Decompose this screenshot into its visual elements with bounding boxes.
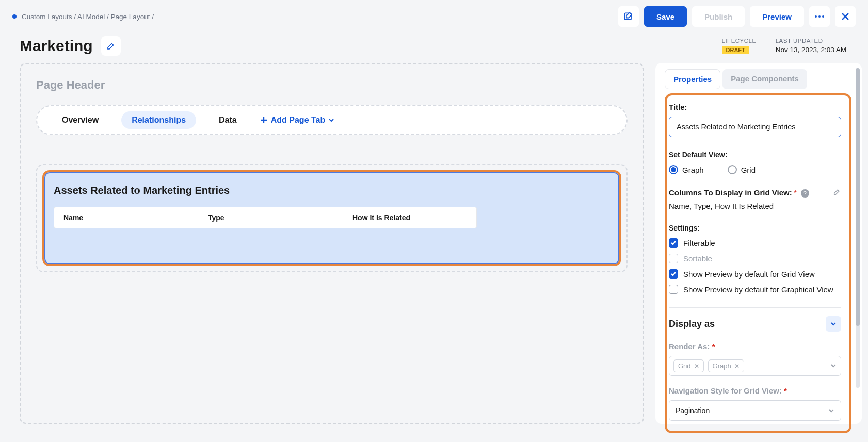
radio-graph[interactable]: Graph: [669, 165, 704, 174]
radio-grid-indicator: [728, 165, 737, 174]
save-button[interactable]: Save: [644, 6, 687, 27]
tag-graph: Graph ✕: [708, 359, 744, 372]
preview-grid-label: Show Preview by default for Grid View: [683, 270, 815, 279]
svg-point-2: [818, 15, 821, 18]
checkbox-sortable: Sortable: [669, 254, 841, 263]
panel-tab-components[interactable]: Page Components: [722, 69, 807, 89]
lifecycle-badge: DRAFT: [722, 46, 749, 54]
table-header: Name Type How It Is Related: [54, 207, 477, 228]
nav-style-value: Pagination: [676, 406, 710, 415]
chevron-down-icon: [328, 117, 334, 123]
remove-tag-grid[interactable]: ✕: [694, 363, 699, 370]
default-view-label: Set Default View:: [669, 151, 841, 159]
check-icon: [669, 269, 678, 279]
checkbox-filterable[interactable]: Filterable: [669, 238, 841, 248]
required-indicator: *: [712, 342, 715, 351]
sortable-label: Sortable: [683, 254, 712, 263]
svg-point-3: [822, 15, 824, 18]
settings-label: Settings:: [669, 224, 841, 232]
divider: [669, 307, 841, 308]
properties-form-highlight: Title: Set Default View: Graph Grid Colu…: [665, 93, 851, 433]
relationship-card[interactable]: Assets Related to Marketing Entries Name…: [44, 172, 619, 264]
check-icon: [669, 238, 678, 248]
title-field-label: Title:: [669, 103, 841, 111]
display-as-heading: Display as: [669, 319, 715, 330]
last-updated-value: Nov 13, 2023, 2:03 AM: [776, 46, 846, 54]
render-as-select[interactable]: Grid ✕ Graph ✕: [669, 356, 841, 376]
edit-title-button[interactable]: [101, 36, 121, 56]
more-icon[interactable]: [809, 6, 830, 27]
columns-value: Name, Type, How It Is Related: [669, 202, 841, 210]
selected-component-highlight: Assets Related to Marketing Entries Name…: [42, 170, 621, 266]
close-icon[interactable]: [835, 6, 856, 27]
tab-overview[interactable]: Overview: [52, 111, 109, 129]
page-header-placeholder: Page Header: [36, 78, 628, 92]
drop-zone[interactable]: Assets Related to Marketing Entries Name…: [36, 164, 628, 272]
scrollbar[interactable]: [856, 68, 860, 388]
col-related: How It Is Related: [352, 214, 410, 222]
tab-relationships[interactable]: Relationships: [121, 111, 196, 129]
filterable-label: Filterable: [683, 239, 715, 248]
radio-grid[interactable]: Grid: [728, 165, 756, 174]
edit-columns-button[interactable]: [833, 188, 841, 198]
card-title: Assets Related to Marketing Entries: [54, 185, 610, 197]
svg-point-1: [815, 15, 817, 18]
remove-tag-graph[interactable]: ✕: [734, 363, 740, 370]
tab-data[interactable]: Data: [208, 111, 247, 129]
col-name: Name: [63, 214, 208, 222]
breadcrumb[interactable]: Custom Layouts / AI Model / Page Layout …: [22, 13, 154, 21]
radio-graph-indicator: [669, 165, 678, 174]
col-type: Type: [208, 214, 352, 222]
tag-grid: Grid ✕: [673, 359, 704, 372]
properties-panel: Properties Page Components Title: Set De…: [655, 63, 862, 424]
nav-style-label: Navigation Style for Grid View:: [669, 386, 782, 395]
tag-graph-label: Graph: [713, 362, 731, 370]
chevron-down-icon[interactable]: [825, 362, 837, 370]
check-icon: [669, 285, 678, 294]
page-tabs-bar: Overview Relationships Data Add Page Tab: [36, 105, 628, 135]
edit-box-icon[interactable]: [618, 6, 639, 27]
render-as-label: Render As:: [669, 342, 710, 351]
nav-style-select[interactable]: Pagination: [669, 400, 841, 421]
chevron-down-icon: [828, 407, 834, 414]
checkbox-preview-graph[interactable]: Show Preview by default for Graphical Vi…: [669, 285, 841, 294]
radio-graph-label: Graph: [682, 166, 704, 174]
publish-button[interactable]: Publish: [692, 6, 745, 27]
add-page-tab-label: Add Page Tab: [271, 116, 326, 125]
help-icon[interactable]: ?: [801, 189, 809, 198]
radio-grid-label: Grid: [741, 166, 756, 174]
preview-button[interactable]: Preview: [750, 6, 804, 27]
columns-label: Columns To Display in Grid View:: [669, 188, 792, 197]
add-page-tab-button[interactable]: Add Page Tab: [260, 116, 335, 125]
required-indicator: *: [794, 189, 797, 197]
preview-graph-label: Show Preview by default for Graphical Vi…: [683, 285, 833, 294]
checkbox-preview-grid[interactable]: Show Preview by default for Grid View: [669, 269, 841, 279]
collapse-toggle[interactable]: [826, 316, 841, 332]
panel-tab-properties[interactable]: Properties: [665, 69, 720, 89]
lifecycle-label: LIFECYCLE: [722, 38, 757, 44]
canvas-area[interactable]: Page Header Overview Relationships Data …: [20, 63, 644, 424]
last-updated-label: LAST UPDATED: [776, 38, 846, 44]
status-dot: [12, 14, 17, 19]
page-title: Marketing: [20, 37, 93, 55]
title-input[interactable]: [669, 117, 841, 137]
tag-grid-label: Grid: [678, 362, 691, 370]
check-icon: [669, 254, 678, 263]
required-indicator: *: [784, 386, 787, 395]
